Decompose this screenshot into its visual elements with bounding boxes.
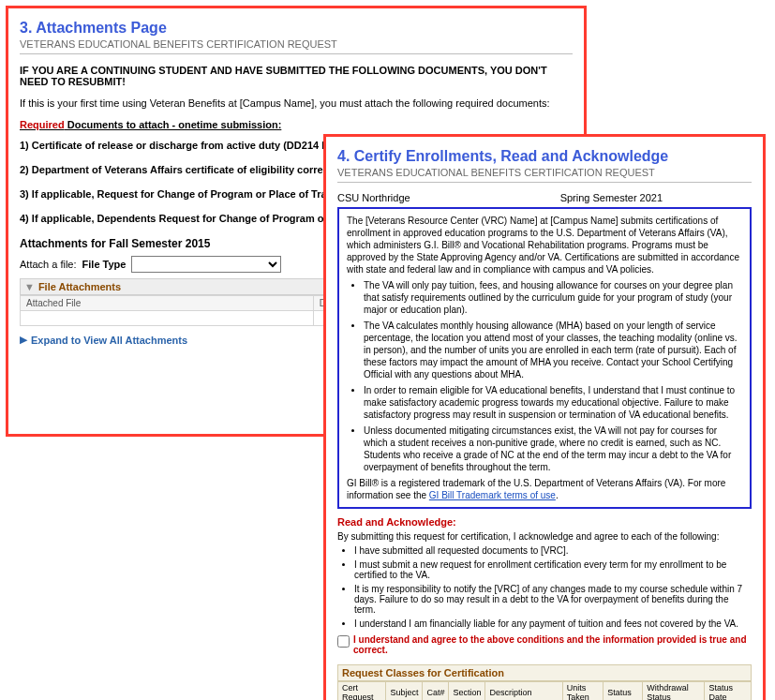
ack-intro: By submitting this request for certifica… — [337, 531, 752, 542]
classes-table: Cert Request Subject Cat# Section Descri… — [337, 681, 752, 700]
col-attached-file: Attached File — [21, 296, 314, 311]
continuing-notice: IF YOU ARE A CONTINUING STUDENT AND HAVE… — [20, 65, 573, 87]
policy-item: In order to remain eligible for VA educa… — [364, 384, 742, 421]
file-type-select[interactable] — [131, 256, 281, 273]
agree-row[interactable]: I understand and agree to the above cond… — [337, 634, 752, 655]
expand-icon: ▶ — [20, 334, 27, 346]
col-withdrawal: Withdrawal Status — [643, 682, 705, 701]
ack-section: By submitting this request for certifica… — [337, 531, 752, 629]
ack-list: I have submitted all requested documents… — [354, 545, 752, 629]
policy-intro: The [Veterans Resource Center (VRC) Name… — [347, 215, 742, 276]
policy-list: The VA will only pay tuition, fees, and … — [364, 279, 742, 473]
policy-box: The [Veterans Resource Center (VRC) Name… — [337, 207, 752, 509]
certify-enrollments-card: 4. Certify Enrollments, Read and Acknowl… — [323, 134, 766, 700]
first-time-line: If this is your first time using Veteran… — [20, 97, 573, 109]
attach-file-label: Attach a file: — [20, 259, 77, 270]
file-type-label: File Type — [82, 259, 127, 270]
required-heading: Required Documents to attach - onetime s… — [20, 119, 573, 130]
policy-item: The VA calculates monthly housing allowa… — [364, 320, 742, 380]
policy-item: The VA will only pay tuition, fees, and … — [364, 279, 742, 316]
classes-header-row: Cert Request Subject Cat# Section Descri… — [338, 682, 752, 701]
certify-subhead: VETERANS EDUCATIONAL BENEFITS CERTIFICAT… — [337, 167, 752, 183]
required-rest: Documents to attach - onetime submission… — [65, 119, 282, 130]
col-units: Units Taken — [562, 682, 603, 701]
col-status: Status — [604, 682, 643, 701]
ack-item: It is my responsibility to notify the [V… — [354, 584, 752, 615]
request-classes-header: Request Classes for Certification — [337, 664, 752, 681]
policy-item: Unless documented mitigating circumstanc… — [364, 424, 742, 473]
col-subject: Subject — [386, 682, 423, 701]
agree-checkbox[interactable] — [337, 635, 350, 648]
collapse-icon: ▼ — [24, 281, 35, 292]
attachments-page-title: 3. Attachments Page — [20, 20, 573, 37]
ack-item: I must submit a new request for enrollme… — [354, 559, 752, 580]
attachments-subhead: VETERANS EDUCATIONAL BENEFITS CERTIFICAT… — [20, 38, 573, 54]
cell-attached-file — [21, 311, 314, 326]
file-attachments-title: File Attachments — [38, 281, 121, 292]
col-description: Description — [485, 682, 562, 701]
required-word: Required — [20, 119, 65, 130]
ack-item: I understand I am financially liable for… — [354, 618, 752, 629]
col-cert-request: Cert Request — [338, 682, 386, 701]
col-cat: Cat# — [423, 682, 449, 701]
term-value: Spring Semester 2021 — [560, 192, 663, 203]
meta-row: CSU Northridge Spring Semester 2021 — [337, 192, 752, 203]
agree-text: I understand and agree to the above cond… — [353, 634, 752, 655]
certify-title: 4. Certify Enrollments, Read and Acknowl… — [337, 148, 752, 165]
col-section: Section — [449, 682, 485, 701]
col-status-date: Status Date — [705, 682, 752, 701]
trademark-line: GI Bill® is a registered trademark of th… — [347, 477, 742, 501]
expand-label: Expand to View All Attachments — [31, 335, 187, 346]
campus-value: CSU Northridge — [337, 192, 410, 203]
ack-heading: Read and Acknowledge: — [337, 516, 752, 528]
gi-bill-link[interactable]: GI Bill Trademark terms of use — [429, 490, 556, 500]
ack-item: I have submitted all requested documents… — [354, 545, 752, 556]
